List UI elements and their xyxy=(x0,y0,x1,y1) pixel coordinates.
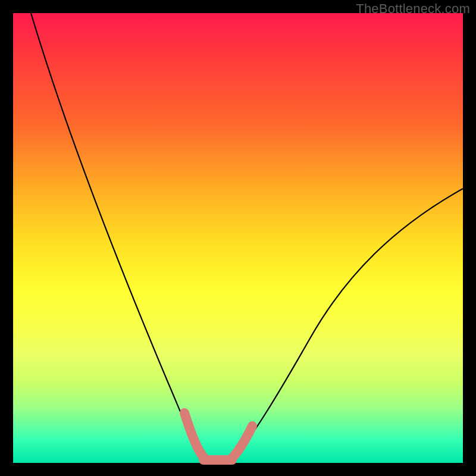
highlight-right xyxy=(232,426,252,458)
chart-plot-area xyxy=(13,13,463,463)
watermark-text: TheBottleneck.com xyxy=(356,1,470,17)
chart-frame: TheBottleneck.com xyxy=(0,0,476,476)
bottleneck-curve-svg xyxy=(13,13,463,463)
highlight-left xyxy=(184,413,203,457)
bottleneck-curve-line xyxy=(31,13,463,461)
